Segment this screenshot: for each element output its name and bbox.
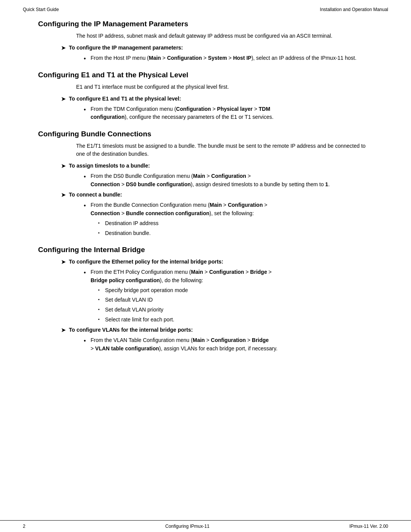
- header-left: Quick Start Guide: [23, 7, 59, 12]
- bullet-list-bundle-connect: From the Bundle Connection Configuration…: [84, 201, 373, 237]
- bold-physical-layer: Physical layer: [217, 106, 252, 112]
- bullet-list-eth-policy: From the ETH Policy Configuration menu (…: [84, 268, 373, 324]
- step-label-eth-policy: To configure the Ethernet policy for the…: [69, 258, 223, 266]
- bullet-eth-policy-1: From the ETH Policy Configuration menu (…: [84, 268, 373, 324]
- footer-right: IPmux-11 Ver. 2.00: [349, 524, 388, 529]
- page-footer: 2 Configuring IPmux-11 IPmux-11 Ver. 2.0…: [0, 520, 411, 532]
- bold-main-vlan: Main: [193, 337, 205, 343]
- bullet-bundle-assign-1: From the DS0 Bundle Configuration menu (…: [84, 172, 373, 189]
- bold-connection-bundle: Connection: [91, 181, 120, 187]
- bullet-vlan-config-1: From the VLAN Table Configuration menu (…: [84, 336, 373, 353]
- bullet-e1-1: From the TDM Configuration menu (Configu…: [84, 105, 373, 121]
- bold-ds0-config: DS0 bundle configuration: [126, 181, 191, 187]
- section-ip-management: Configuring the IP Management Parameters…: [38, 20, 373, 62]
- step-header-bundle-assign: ➤ To assign timeslots to a bundle:: [61, 162, 373, 170]
- sub-bullet-vlan-priority: Set default VLAN priority: [98, 306, 373, 314]
- section-intro-bundle: The E1/T1 timeslots must be assigned to …: [76, 142, 373, 158]
- bullet-list-bundle-assign: From the DS0 Bundle Configuration menu (…: [84, 172, 373, 189]
- arrow-icon-eth-policy: ➤: [61, 258, 66, 265]
- sub-bullet-bridge-mode: Specify bridge port operation mode: [98, 286, 373, 295]
- section-bridge: Configuring the Internal Bridge ➤ To con…: [38, 246, 373, 353]
- bullet-list-e1: From the TDM Configuration menu (Configu…: [84, 105, 373, 121]
- sub-bullet-vlan-id: Set default VLAN ID: [98, 296, 373, 304]
- step-label-e1: To configure E1 and T1 at the physical l…: [69, 95, 181, 103]
- bold-main-bundle: Main: [193, 173, 205, 179]
- bold-bridge-vlan: Bridge: [252, 337, 269, 343]
- arrow-icon-e1: ➤: [61, 95, 66, 102]
- bold-config-bundle: Configuration: [211, 173, 246, 179]
- sub-bullet-dest-bundle: Destination bundle.: [98, 229, 373, 238]
- bold-config-eth: Configuration: [209, 269, 244, 275]
- step-header-vlan-config: ➤ To configure VLANs for the internal br…: [61, 326, 373, 334]
- arrow-icon-bundle-assign: ➤: [61, 162, 66, 169]
- section-e1-t1: Configuring E1 and T1 at the Physical Le…: [38, 71, 373, 121]
- section-bundle: Configuring Bundle Connections The E1/T1…: [38, 130, 373, 237]
- arrow-icon-vlan-config: ➤: [61, 326, 66, 334]
- bold-bundle-conn-config: Bundle connection configuration: [126, 210, 209, 216]
- sub-bullets-bundle-connect: Destination IP address Destination bundl…: [98, 219, 373, 237]
- bold-hostip: Host IP: [233, 55, 251, 61]
- step-header-ip: ➤ To configure the IP management paramet…: [61, 44, 373, 52]
- section-title-ip: Configuring the IP Management Parameters: [38, 20, 373, 28]
- section-title-e1: Configuring E1 and T1 at the Physical Le…: [38, 71, 373, 79]
- bold-main-bc: Main: [210, 202, 222, 208]
- bold-config-bc: Configuration: [228, 202, 263, 208]
- step-label-vlan-config: To configure VLANs for the internal brid…: [69, 326, 193, 334]
- section-title-bundle: Configuring Bundle Connections: [38, 130, 373, 138]
- bold-config-ip: Configuration: [167, 55, 202, 61]
- step-label-ip: To configure the IP management parameter…: [69, 44, 183, 52]
- step-header-bundle-connect: ➤ To connect a bundle:: [61, 191, 373, 199]
- bullet-ip-1: From the Host IP menu (Main > Configurat…: [84, 54, 373, 62]
- arrow-icon-ip: ➤: [61, 44, 66, 51]
- sub-bullet-dest-ip: Destination IP address: [98, 219, 373, 228]
- section-intro-ip: The host IP address, subnet mask and def…: [76, 32, 373, 40]
- section-intro-e1: E1 and T1 interface must be configured a…: [76, 83, 373, 91]
- bold-main-ip: Main: [149, 55, 161, 61]
- bold-connection-bc: Connection: [91, 210, 120, 216]
- footer-center: Configuring IPmux-11: [165, 524, 209, 529]
- step-label-bundle-connect: To connect a bundle:: [69, 191, 122, 199]
- sub-bullet-rate-limit: Select rate limit for each port.: [98, 316, 373, 324]
- step-label-bundle-assign: To assign timeslots to a bundle:: [69, 162, 150, 170]
- header-right: Installation and Operation Manual: [320, 7, 388, 12]
- bold-bridge-policy-config: Bridge policy configuration: [91, 277, 160, 283]
- bold-bridge-eth: Bridge: [250, 269, 267, 275]
- bold-config-vlan: Configuration: [211, 337, 246, 343]
- bold-system-ip: System: [208, 55, 227, 61]
- bold-config-e1: Configuration: [176, 106, 211, 112]
- step-header-eth-policy: ➤ To configure the Ethernet policy for t…: [61, 258, 373, 266]
- footer-page-number: 2: [23, 524, 25, 529]
- bullet-list-vlan-config: From the VLAN Table Configuration menu (…: [84, 336, 373, 353]
- bold-vlan-table-config: VLAN table configuration: [95, 345, 159, 351]
- main-content: Configuring the IP Management Parameters…: [0, 16, 411, 384]
- section-title-bridge: Configuring the Internal Bridge: [38, 246, 373, 254]
- page-header: Quick Start Guide Installation and Opera…: [0, 0, 411, 16]
- arrow-icon-bundle-connect: ➤: [61, 191, 66, 198]
- bullet-bundle-connect-1: From the Bundle Connection Configuration…: [84, 201, 373, 237]
- sub-bullets-eth-policy: Specify bridge port operation mode Set d…: [98, 286, 373, 324]
- bold-main-eth: Main: [191, 269, 203, 275]
- step-header-e1: ➤ To configure E1 and T1 at the physical…: [61, 95, 373, 103]
- bullet-list-ip: From the Host IP menu (Main > Configurat…: [84, 54, 373, 62]
- page: Quick Start Guide Installation and Opera…: [0, 0, 411, 532]
- bold-number-1: 1: [325, 181, 328, 187]
